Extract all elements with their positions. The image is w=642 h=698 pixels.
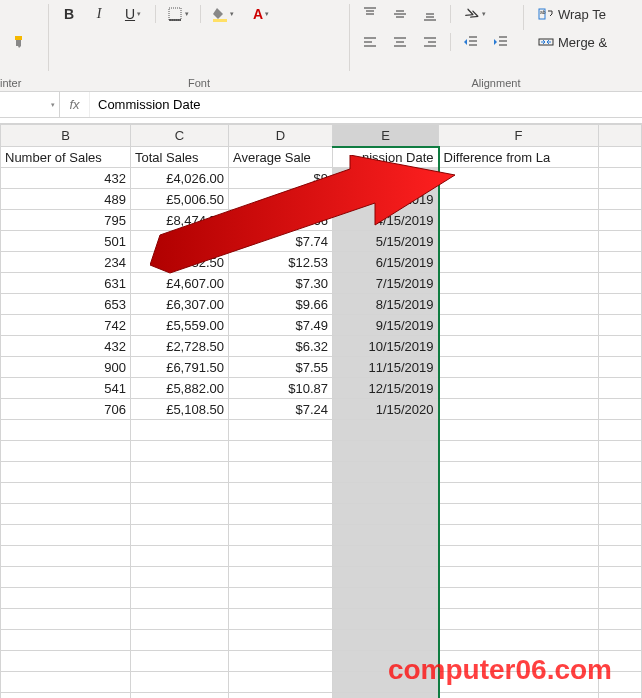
align-right-button[interactable] xyxy=(416,30,444,54)
cell-selected[interactable] xyxy=(333,483,439,504)
cell[interactable]: 653 xyxy=(1,294,131,315)
cell[interactable] xyxy=(131,567,229,588)
cell[interactable]: £5,882.00 xyxy=(131,378,229,399)
cell[interactable]: 742 xyxy=(1,315,131,336)
cell[interactable]: 432 xyxy=(1,336,131,357)
cell[interactable] xyxy=(131,420,229,441)
cell-selected[interactable]: 9/15/2019 xyxy=(333,315,439,336)
cell[interactable] xyxy=(439,441,599,462)
cell[interactable]: £6,307.00 xyxy=(131,294,229,315)
cell[interactable] xyxy=(599,210,642,231)
cell[interactable] xyxy=(229,420,333,441)
cell[interactable] xyxy=(229,546,333,567)
align-left-button[interactable] xyxy=(356,30,384,54)
cell[interactable] xyxy=(439,252,599,273)
cell-selected[interactable]: 3/15/2019 xyxy=(333,189,439,210)
cell[interactable]: 541 xyxy=(1,378,131,399)
name-box[interactable]: ▾ xyxy=(0,92,60,117)
cell-selected[interactable]: 6/15/2019 xyxy=(333,252,439,273)
cell[interactable] xyxy=(439,168,599,189)
align-center-button[interactable] xyxy=(386,30,414,54)
cell-selected[interactable] xyxy=(333,693,439,699)
cell[interactable] xyxy=(599,462,642,483)
cell[interactable]: £6,791.50 xyxy=(131,357,229,378)
cell[interactable]: $7.49 xyxy=(229,315,333,336)
cell-selected[interactable] xyxy=(333,546,439,567)
format-painter-button[interactable] xyxy=(6,30,34,54)
cell[interactable]: $7.74 xyxy=(229,231,333,252)
cell[interactable] xyxy=(1,441,131,462)
cell[interactable] xyxy=(439,525,599,546)
cell-selected[interactable] xyxy=(333,504,439,525)
cell[interactable]: 234 xyxy=(1,252,131,273)
cell[interactable] xyxy=(439,462,599,483)
cell[interactable] xyxy=(599,168,642,189)
cell[interactable] xyxy=(439,504,599,525)
cell[interactable] xyxy=(131,693,229,699)
bold-button[interactable]: B xyxy=(55,2,83,26)
cell[interactable]: $7.24 xyxy=(229,399,333,420)
cell[interactable] xyxy=(439,315,599,336)
col-header-e[interactable]: E xyxy=(333,125,439,147)
cell[interactable] xyxy=(1,567,131,588)
cell[interactable] xyxy=(1,630,131,651)
cell[interactable] xyxy=(599,504,642,525)
cell[interactable] xyxy=(1,672,131,693)
cell[interactable] xyxy=(599,357,642,378)
cell[interactable]: $10.87 xyxy=(229,378,333,399)
underline-button[interactable]: U▾ xyxy=(115,2,151,26)
cell[interactable] xyxy=(439,672,599,693)
cell[interactable]: 489 xyxy=(1,189,131,210)
cell[interactable] xyxy=(599,378,642,399)
cell-selected[interactable] xyxy=(333,525,439,546)
cell[interactable] xyxy=(599,336,642,357)
cell[interactable] xyxy=(439,336,599,357)
cell-selected[interactable] xyxy=(333,420,439,441)
cell[interactable]: 631 xyxy=(1,273,131,294)
cell[interactable] xyxy=(599,189,642,210)
cell[interactable]: $7.30 xyxy=(229,273,333,294)
cell-selected[interactable]: 11/15/2019 xyxy=(333,357,439,378)
cell[interactable]: $7.55 xyxy=(229,357,333,378)
cell[interactable]: £4,607.00 xyxy=(131,273,229,294)
cell[interactable]: 795 xyxy=(1,210,131,231)
cell[interactable] xyxy=(599,651,642,672)
cell[interactable] xyxy=(131,630,229,651)
cell[interactable] xyxy=(599,483,642,504)
cell-selected[interactable] xyxy=(333,609,439,630)
cell[interactable]: $6.32 xyxy=(229,336,333,357)
cell[interactable]: £4,026.00 xyxy=(131,168,229,189)
cell[interactable] xyxy=(439,399,599,420)
fill-color-button[interactable]: ▾ xyxy=(205,2,241,26)
cell[interactable]: £5,108.50 xyxy=(131,399,229,420)
cell-selected[interactable] xyxy=(333,630,439,651)
cell[interactable] xyxy=(1,609,131,630)
cell[interactable]: $9 xyxy=(229,168,333,189)
cell[interactable] xyxy=(599,525,642,546)
cell-selected[interactable]: 1/15/2020 xyxy=(333,399,439,420)
cell[interactable] xyxy=(131,588,229,609)
cell[interactable] xyxy=(439,630,599,651)
cell[interactable] xyxy=(1,546,131,567)
cell[interactable] xyxy=(131,462,229,483)
cell[interactable] xyxy=(599,672,642,693)
cell[interactable] xyxy=(439,210,599,231)
cell[interactable] xyxy=(131,609,229,630)
cell-selected[interactable]: 10/15/2019 xyxy=(333,336,439,357)
cell[interactable]: $10.66 xyxy=(229,210,333,231)
cell[interactable] xyxy=(1,693,131,699)
align-bottom-button[interactable] xyxy=(416,2,444,26)
cell[interactable] xyxy=(229,588,333,609)
cell-selected[interactable] xyxy=(333,588,439,609)
cell[interactable]: £2,932.50 xyxy=(131,252,229,273)
cell-selected[interactable]: 7/15/2019 xyxy=(333,273,439,294)
cell[interactable] xyxy=(131,504,229,525)
cell[interactable]: £8,474.50 xyxy=(131,210,229,231)
cell[interactable] xyxy=(1,420,131,441)
col-header-end[interactable] xyxy=(599,125,642,147)
cell[interactable] xyxy=(229,672,333,693)
cell[interactable] xyxy=(131,651,229,672)
cell[interactable] xyxy=(229,504,333,525)
cell-selected[interactable]: 2/15/2019 xyxy=(333,168,439,189)
cell[interactable] xyxy=(599,399,642,420)
